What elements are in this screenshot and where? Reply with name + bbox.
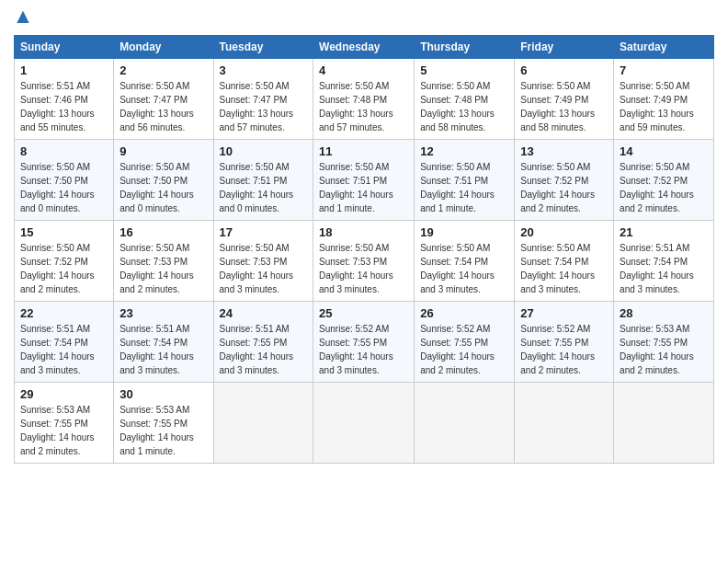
day-number: 16 [119,225,207,239]
day-number: 27 [520,306,608,320]
day-number: 8 [20,144,108,158]
calendar-cell: 20 Sunrise: 5:50 AMSunset: 7:54 PMDaylig… [515,221,614,302]
calendar-cell: 13 Sunrise: 5:50 AMSunset: 7:52 PMDaylig… [515,140,614,221]
day-number: 23 [119,306,207,320]
day-info: Sunrise: 5:52 AMSunset: 7:55 PMDaylight:… [420,324,495,375]
day-info: Sunrise: 5:50 AMSunset: 7:53 PMDaylight:… [220,243,294,294]
day-info: Sunrise: 5:53 AMSunset: 7:55 PMDaylight:… [620,324,694,375]
day-info: Sunrise: 5:50 AMSunset: 7:52 PMDaylight:… [520,162,595,213]
day-number: 20 [520,225,608,239]
calendar-cell [515,383,614,464]
day-info: Sunrise: 5:50 AMSunset: 7:47 PMDaylight:… [119,81,194,132]
calendar-cell: 7 Sunrise: 5:50 AMSunset: 7:49 PMDayligh… [614,59,714,140]
calendar-cell: 25 Sunrise: 5:52 AMSunset: 7:55 PMDaylig… [313,302,415,383]
day-number: 6 [520,63,608,77]
calendar-cell: 6 Sunrise: 5:50 AMSunset: 7:49 PMDayligh… [515,59,614,140]
day-number: 24 [220,306,308,320]
weekday-header-tuesday: Tuesday [213,36,313,59]
calendar-cell: 24 Sunrise: 5:51 AMSunset: 7:55 PMDaylig… [213,302,313,383]
day-info: Sunrise: 5:50 AMSunset: 7:48 PMDaylight:… [319,81,393,132]
calendar-cell: 17 Sunrise: 5:50 AMSunset: 7:53 PMDaylig… [213,221,313,302]
week-row-4: 22 Sunrise: 5:51 AMSunset: 7:54 PMDaylig… [15,302,714,383]
day-info: Sunrise: 5:50 AMSunset: 7:51 PMDaylight:… [420,162,495,213]
week-row-2: 8 Sunrise: 5:50 AMSunset: 7:50 PMDayligh… [15,140,714,221]
calendar-cell: 2 Sunrise: 5:50 AMSunset: 7:47 PMDayligh… [114,59,213,140]
calendar-cell: 12 Sunrise: 5:50 AMSunset: 7:51 PMDaylig… [415,140,515,221]
calendar-cell [415,383,515,464]
day-info: Sunrise: 5:50 AMSunset: 7:48 PMDaylight:… [420,81,495,132]
day-info: Sunrise: 5:50 AMSunset: 7:52 PMDaylight:… [620,162,694,213]
day-number: 1 [20,63,108,77]
day-info: Sunrise: 5:51 AMSunset: 7:46 PMDaylight:… [20,81,95,132]
day-info: Sunrise: 5:50 AMSunset: 7:47 PMDaylight:… [220,81,294,132]
day-number: 30 [119,387,207,401]
calendar-cell: 21 Sunrise: 5:51 AMSunset: 7:54 PMDaylig… [614,221,714,302]
calendar-cell: 11 Sunrise: 5:50 AMSunset: 7:51 PMDaylig… [313,140,415,221]
calendar-cell [313,383,415,464]
weekday-header-friday: Friday [515,36,614,59]
calendar-cell: 27 Sunrise: 5:52 AMSunset: 7:55 PMDaylig… [515,302,614,383]
calendar-cell [614,383,714,464]
day-number: 2 [119,63,207,77]
calendar-cell: 22 Sunrise: 5:51 AMSunset: 7:54 PMDaylig… [15,302,114,383]
calendar-cell: 1 Sunrise: 5:51 AMSunset: 7:46 PMDayligh… [15,59,114,140]
calendar-cell: 9 Sunrise: 5:50 AMSunset: 7:50 PMDayligh… [114,140,213,221]
day-info: Sunrise: 5:52 AMSunset: 7:55 PMDaylight:… [520,324,595,375]
week-row-5: 29 Sunrise: 5:53 AMSunset: 7:55 PMDaylig… [15,383,714,464]
day-info: Sunrise: 5:50 AMSunset: 7:50 PMDaylight:… [20,162,95,213]
day-number: 7 [620,63,708,77]
calendar-table: SundayMondayTuesdayWednesdayThursdayFrid… [14,35,714,464]
day-info: Sunrise: 5:50 AMSunset: 7:53 PMDaylight:… [319,243,393,294]
calendar-cell: 28 Sunrise: 5:53 AMSunset: 7:55 PMDaylig… [614,302,714,383]
day-number: 17 [220,225,308,239]
day-number: 3 [220,63,308,77]
page: SundayMondayTuesdayWednesdayThursdayFrid… [0,0,728,477]
calendar-cell: 14 Sunrise: 5:50 AMSunset: 7:52 PMDaylig… [614,140,714,221]
day-number: 10 [220,144,308,158]
week-row-3: 15 Sunrise: 5:50 AMSunset: 7:52 PMDaylig… [15,221,714,302]
weekday-header-monday: Monday [114,36,213,59]
day-info: Sunrise: 5:50 AMSunset: 7:50 PMDaylight:… [119,162,194,213]
calendar-cell: 4 Sunrise: 5:50 AMSunset: 7:48 PMDayligh… [313,59,415,140]
calendar-cell: 18 Sunrise: 5:50 AMSunset: 7:53 PMDaylig… [313,221,415,302]
day-info: Sunrise: 5:50 AMSunset: 7:52 PMDaylight:… [20,243,95,294]
weekday-header-saturday: Saturday [614,36,714,59]
calendar-cell [213,383,313,464]
svg-marker-0 [17,11,28,23]
day-number: 19 [420,225,508,239]
day-number: 9 [119,144,207,158]
day-info: Sunrise: 5:51 AMSunset: 7:54 PMDaylight:… [119,324,194,375]
calendar-cell: 30 Sunrise: 5:53 AMSunset: 7:55 PMDaylig… [114,383,213,464]
day-info: Sunrise: 5:51 AMSunset: 7:54 PMDaylight:… [20,324,95,375]
calendar-cell: 16 Sunrise: 5:50 AMSunset: 7:53 PMDaylig… [114,221,213,302]
calendar-cell: 15 Sunrise: 5:50 AMSunset: 7:52 PMDaylig… [15,221,114,302]
week-row-1: 1 Sunrise: 5:51 AMSunset: 7:46 PMDayligh… [15,59,714,140]
calendar-cell: 5 Sunrise: 5:50 AMSunset: 7:48 PMDayligh… [415,59,515,140]
day-number: 12 [420,144,508,158]
calendar-cell: 10 Sunrise: 5:50 AMSunset: 7:51 PMDaylig… [213,140,313,221]
day-number: 5 [420,63,508,77]
day-info: Sunrise: 5:50 AMSunset: 7:54 PMDaylight:… [420,243,495,294]
day-number: 13 [520,144,608,158]
weekday-header-sunday: Sunday [15,36,114,59]
day-number: 22 [20,306,108,320]
calendar-cell: 19 Sunrise: 5:50 AMSunset: 7:54 PMDaylig… [415,221,515,302]
day-number: 29 [20,387,108,401]
calendar-cell: 8 Sunrise: 5:50 AMSunset: 7:50 PMDayligh… [15,140,114,221]
weekday-header-row: SundayMondayTuesdayWednesdayThursdayFrid… [15,36,714,59]
day-number: 26 [420,306,508,320]
header [14,9,714,28]
calendar-cell: 26 Sunrise: 5:52 AMSunset: 7:55 PMDaylig… [415,302,515,383]
day-info: Sunrise: 5:50 AMSunset: 7:53 PMDaylight:… [119,243,194,294]
day-number: 4 [319,63,408,77]
day-info: Sunrise: 5:50 AMSunset: 7:54 PMDaylight:… [520,243,595,294]
calendar-cell: 3 Sunrise: 5:50 AMSunset: 7:47 PMDayligh… [213,59,313,140]
day-number: 14 [620,144,708,158]
day-info: Sunrise: 5:53 AMSunset: 7:55 PMDaylight:… [20,405,95,456]
day-info: Sunrise: 5:52 AMSunset: 7:55 PMDaylight:… [319,324,393,375]
day-info: Sunrise: 5:50 AMSunset: 7:51 PMDaylight:… [319,162,393,213]
day-number: 18 [319,225,408,239]
day-info: Sunrise: 5:50 AMSunset: 7:49 PMDaylight:… [620,81,694,132]
day-number: 28 [620,306,708,320]
day-number: 11 [319,144,408,158]
